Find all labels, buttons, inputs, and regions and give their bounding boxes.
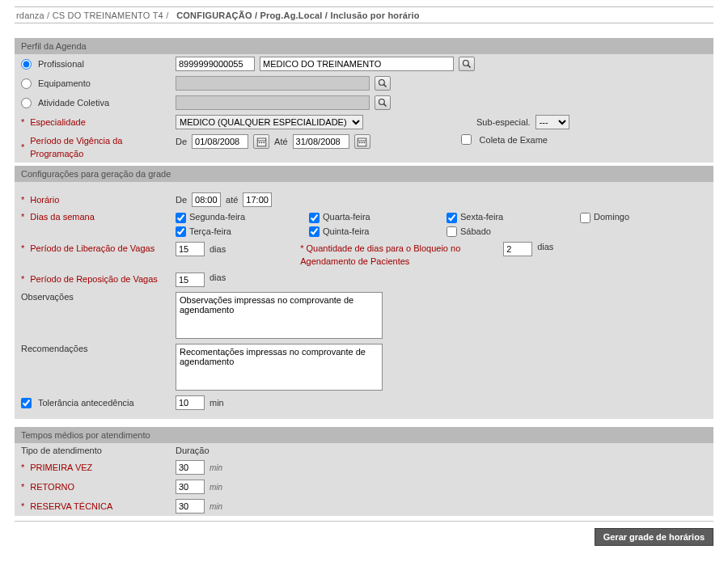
tempos-dur-header: Duração [176, 446, 210, 455]
svg-point-2 [379, 80, 385, 86]
tempo-input-1[interactable] [176, 480, 205, 494]
checkbox-ter[interactable] [176, 226, 186, 237]
checkbox-sab[interactable] [447, 226, 457, 237]
radio-equipamento[interactable] [21, 78, 32, 89]
input-equipamento [176, 76, 370, 91]
day-sex[interactable]: Sexta-feira [447, 212, 580, 223]
label-dias: Dias da semana [30, 212, 95, 222]
tempo-min-1: min [210, 483, 222, 492]
tempo-min-2: min [210, 502, 222, 511]
calendar-icon[interactable] [253, 134, 269, 149]
select-especialidade[interactable]: MEDICO (QUALQUER ESPECIALIDADE) [176, 115, 363, 129]
day-dom[interactable]: Domingo [580, 212, 701, 223]
checkbox-sex[interactable] [447, 213, 457, 223]
checkbox-qua[interactable] [309, 213, 320, 223]
checkbox-tolerancia[interactable] [21, 398, 32, 408]
search-icon[interactable] [375, 76, 391, 91]
svg-rect-8 [258, 142, 260, 143]
label-ate: Até [274, 137, 288, 146]
input-profissional-name[interactable] [260, 57, 454, 71]
label-bloqueio: Quantidade de dias para o Bloqueio no Ag… [300, 243, 460, 266]
tempo-label-2: RESERVA TÉCNICA [30, 501, 112, 511]
svg-line-3 [384, 85, 387, 87]
breadcrumb-subsection: Prog.Ag.Local [260, 11, 322, 20]
radio-atividade[interactable] [21, 98, 32, 108]
label-coleta: Coleta de Exame [480, 135, 548, 145]
select-subespec[interactable]: --- [535, 115, 569, 129]
input-profissional-code[interactable] [176, 57, 255, 71]
input-tolerancia[interactable] [176, 395, 205, 410]
textarea-observacoes[interactable]: Observações impressas no comprovante de … [176, 292, 383, 339]
tempos-tipo-header: Tipo de atendimento [21, 446, 102, 455]
day-qui[interactable]: Quinta-feira [309, 226, 447, 238]
textarea-recomendacoes[interactable]: Recomentações impressas no comprovante d… [176, 344, 383, 391]
label-dias-bloq: dias [537, 242, 553, 251]
tempo-label-1: RETORNO [30, 482, 74, 492]
breadcrumb-user: rdanza [16, 11, 44, 20]
svg-rect-10 [263, 142, 265, 143]
label-tolerancia: Tolerância antecedência [38, 398, 134, 408]
calendar-icon[interactable] [354, 134, 370, 149]
label-de: De [176, 137, 187, 146]
search-icon[interactable] [459, 57, 475, 71]
label-subespec: Sub-especial. [476, 117, 531, 127]
radio-profissional[interactable] [21, 59, 32, 70]
day-sab[interactable]: Sábado [447, 226, 580, 238]
checkbox-coleta[interactable] [461, 134, 472, 145]
section-tempos-header: Tempos médios por atendimento [15, 427, 713, 443]
tempo-input-0[interactable] [176, 460, 205, 475]
label-liberacao: Período de Liberação de Vagas [30, 242, 154, 255]
tempo-input-2[interactable] [176, 499, 205, 513]
svg-line-1 [468, 66, 471, 68]
input-hora-de[interactable] [192, 192, 221, 207]
input-reposicao[interactable] [176, 273, 205, 287]
label-especialidade: Especialidade [30, 117, 86, 127]
svg-point-0 [463, 61, 469, 66]
svg-rect-9 [260, 142, 262, 143]
tempo-min-0: min [210, 463, 222, 472]
day-ter[interactable]: Terça-feira [176, 226, 309, 238]
label-ate2: até [226, 195, 238, 205]
gerar-grade-button[interactable]: Gerar grade de horários [595, 528, 713, 546]
input-liberacao[interactable] [176, 242, 205, 256]
svg-point-4 [379, 99, 385, 105]
input-vig-ate[interactable] [293, 134, 349, 149]
checkbox-seg[interactable] [176, 213, 186, 223]
label-equipamento: Equipamento [38, 78, 91, 88]
checkbox-qui[interactable] [309, 226, 320, 237]
label-observacoes: Observações [21, 292, 74, 302]
input-atividade [176, 95, 370, 110]
label-recomendacoes: Recomendações [21, 344, 88, 353]
label-horario: Horário [30, 195, 59, 205]
label-profissional: Profissional [38, 59, 84, 69]
input-vig-de[interactable] [192, 134, 248, 149]
label-dias-lib: dias [210, 244, 226, 254]
input-bloqueio[interactable] [503, 242, 532, 256]
svg-rect-13 [359, 142, 361, 143]
input-hora-ate[interactable] [243, 192, 272, 207]
label-min: min [210, 398, 224, 408]
search-icon[interactable] [375, 95, 391, 110]
label-de2: De [176, 195, 187, 205]
svg-rect-15 [364, 142, 366, 143]
label-reposicao: Período de Reposição de Vagas [30, 273, 158, 285]
breadcrumb-unit: CS DO TREINAMENTO T4 [53, 11, 163, 20]
day-seg[interactable]: Segunda-feira [176, 212, 309, 223]
label-dias-rep: dias [210, 273, 226, 282]
breadcrumb-section: CONFIGURAÇÃO [176, 11, 252, 20]
svg-rect-14 [362, 142, 363, 143]
tempo-label-0: PRIMEIRA VEZ [30, 463, 92, 472]
section-perfil-header: Perfil da Agenda [15, 38, 713, 54]
checkbox-dom[interactable] [580, 213, 590, 223]
breadcrumb: rdanza / CS DO TREINAMENTO T4 / CONFIGUR… [15, 9, 713, 23]
section-config-header: Configurações para geração da grade [15, 166, 713, 182]
label-atividade: Atividade Coletiva [38, 98, 109, 108]
day-qua[interactable]: Quarta-feira [309, 212, 447, 223]
svg-line-5 [384, 104, 387, 107]
breadcrumb-page: Inclusão por horário [330, 11, 419, 20]
label-vigencia: Período de Vigência da Programação [30, 134, 171, 160]
